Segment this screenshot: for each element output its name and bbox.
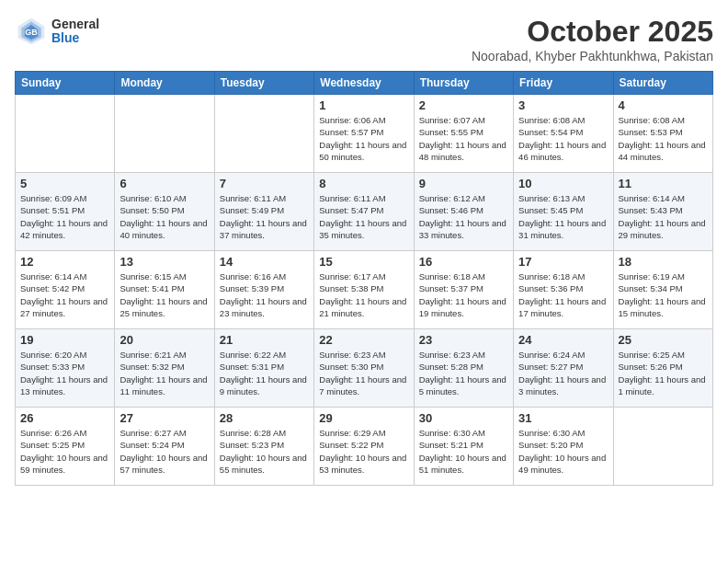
calendar-cell: 10Sunrise: 6:13 AM Sunset: 5:45 PM Dayli… (514, 173, 613, 251)
day-info: Sunrise: 6:13 AM Sunset: 5:45 PM Dayligh… (518, 192, 608, 241)
day-info: Sunrise: 6:23 AM Sunset: 5:30 PM Dayligh… (319, 349, 408, 397)
logo: GB General Blue (15, 15, 99, 48)
calendar-cell: 3Sunrise: 6:08 AM Sunset: 5:54 PM Daylig… (514, 95, 613, 173)
day-info: Sunrise: 6:11 AM Sunset: 5:49 PM Dayligh… (220, 192, 309, 241)
weekday-header-wednesday: Wednesday (314, 72, 414, 95)
day-number: 21 (220, 333, 309, 347)
day-info: Sunrise: 6:23 AM Sunset: 5:28 PM Dayligh… (419, 349, 508, 397)
day-info: Sunrise: 6:20 AM Sunset: 5:33 PM Dayligh… (20, 349, 109, 397)
day-info: Sunrise: 6:30 AM Sunset: 5:21 PM Dayligh… (419, 427, 508, 476)
weekday-header-saturday: Saturday (613, 72, 712, 95)
day-number: 3 (518, 98, 608, 112)
svg-text:GB: GB (25, 28, 38, 37)
weekday-header-row: SundayMondayTuesdayWednesdayThursdayFrid… (16, 72, 713, 95)
day-number: 5 (20, 177, 109, 190)
day-number: 9 (419, 177, 508, 190)
day-number: 2 (419, 98, 508, 112)
day-number: 27 (119, 411, 209, 425)
day-number: 17 (518, 255, 608, 269)
day-number: 18 (619, 255, 708, 269)
calendar-cell: 23Sunrise: 6:23 AM Sunset: 5:28 PM Dayli… (414, 329, 513, 408)
day-number: 20 (119, 333, 209, 347)
day-number: 12 (20, 255, 109, 269)
logo-icon: GB (15, 15, 48, 48)
calendar-cell: 13Sunrise: 6:15 AM Sunset: 5:41 PM Dayli… (115, 251, 214, 329)
day-info: Sunrise: 6:06 AM Sunset: 5:57 PM Dayligh… (319, 114, 408, 163)
week-row-4: 19Sunrise: 6:20 AM Sunset: 5:33 PM Dayli… (16, 329, 713, 408)
calendar-cell: 18Sunrise: 6:19 AM Sunset: 5:34 PM Dayli… (613, 251, 712, 329)
day-number: 10 (518, 177, 608, 190)
day-number: 30 (419, 411, 508, 425)
day-info: Sunrise: 6:18 AM Sunset: 5:36 PM Dayligh… (518, 270, 608, 319)
calendar-cell: 21Sunrise: 6:22 AM Sunset: 5:31 PM Dayli… (214, 329, 313, 408)
calendar-cell: 26Sunrise: 6:26 AM Sunset: 5:25 PM Dayli… (16, 408, 115, 486)
calendar-cell: 12Sunrise: 6:14 AM Sunset: 5:42 PM Dayli… (16, 251, 115, 329)
calendar-cell: 15Sunrise: 6:17 AM Sunset: 5:38 PM Dayli… (314, 251, 414, 329)
day-number: 4 (619, 98, 708, 112)
calendar-cell: 31Sunrise: 6:30 AM Sunset: 5:20 PM Dayli… (514, 408, 613, 486)
day-info: Sunrise: 6:11 AM Sunset: 5:47 PM Dayligh… (319, 192, 408, 241)
calendar-cell: 4Sunrise: 6:08 AM Sunset: 5:53 PM Daylig… (613, 95, 712, 173)
calendar-cell: 27Sunrise: 6:27 AM Sunset: 5:24 PM Dayli… (115, 408, 214, 486)
day-number: 15 (319, 255, 408, 269)
day-info: Sunrise: 6:10 AM Sunset: 5:50 PM Dayligh… (119, 192, 209, 241)
day-number: 25 (619, 333, 708, 347)
day-number: 31 (518, 411, 608, 425)
calendar-cell: 20Sunrise: 6:21 AM Sunset: 5:32 PM Dayli… (115, 329, 214, 408)
day-info: Sunrise: 6:30 AM Sunset: 5:20 PM Dayligh… (518, 427, 608, 476)
calendar-cell (613, 408, 712, 486)
day-number: 29 (319, 411, 408, 425)
title-block: October 2025 Noorabad, Khyber Pakhtunkhw… (472, 15, 713, 63)
day-info: Sunrise: 6:22 AM Sunset: 5:31 PM Dayligh… (220, 349, 309, 397)
weekday-header-tuesday: Tuesday (214, 72, 313, 95)
day-info: Sunrise: 6:18 AM Sunset: 5:37 PM Dayligh… (419, 270, 508, 319)
calendar-cell: 22Sunrise: 6:23 AM Sunset: 5:30 PM Dayli… (314, 329, 414, 408)
day-info: Sunrise: 6:14 AM Sunset: 5:43 PM Dayligh… (619, 192, 708, 241)
calendar-cell: 11Sunrise: 6:14 AM Sunset: 5:43 PM Dayli… (613, 173, 712, 251)
logo-blue-text: Blue (51, 31, 99, 45)
day-info: Sunrise: 6:08 AM Sunset: 5:53 PM Dayligh… (619, 114, 708, 163)
location-text: Noorabad, Khyber Pakhtunkhwa, Pakistan (472, 49, 713, 63)
day-info: Sunrise: 6:29 AM Sunset: 5:22 PM Dayligh… (319, 427, 408, 476)
calendar-cell: 24Sunrise: 6:24 AM Sunset: 5:27 PM Dayli… (514, 329, 613, 408)
day-number: 28 (220, 411, 309, 425)
calendar-cell (115, 95, 214, 173)
calendar-cell: 8Sunrise: 6:11 AM Sunset: 5:47 PM Daylig… (314, 173, 414, 251)
week-row-3: 12Sunrise: 6:14 AM Sunset: 5:42 PM Dayli… (16, 251, 713, 329)
calendar-cell (214, 95, 313, 173)
day-number: 14 (220, 255, 309, 269)
weekday-header-sunday: Sunday (16, 72, 115, 95)
day-info: Sunrise: 6:14 AM Sunset: 5:42 PM Dayligh… (20, 270, 109, 319)
calendar-cell: 9Sunrise: 6:12 AM Sunset: 5:46 PM Daylig… (414, 173, 513, 251)
logo-text: General Blue (51, 17, 99, 46)
calendar-cell: 1Sunrise: 6:06 AM Sunset: 5:57 PM Daylig… (314, 95, 414, 173)
month-title: October 2025 (472, 15, 713, 49)
calendar-cell: 5Sunrise: 6:09 AM Sunset: 5:51 PM Daylig… (16, 173, 115, 251)
day-info: Sunrise: 6:19 AM Sunset: 5:34 PM Dayligh… (619, 270, 708, 319)
weekday-header-thursday: Thursday (414, 72, 513, 95)
day-number: 24 (518, 333, 608, 347)
day-info: Sunrise: 6:24 AM Sunset: 5:27 PM Dayligh… (518, 349, 608, 397)
day-info: Sunrise: 6:12 AM Sunset: 5:46 PM Dayligh… (419, 192, 508, 241)
day-number: 22 (319, 333, 408, 347)
day-info: Sunrise: 6:15 AM Sunset: 5:41 PM Dayligh… (119, 270, 209, 319)
week-row-5: 26Sunrise: 6:26 AM Sunset: 5:25 PM Dayli… (16, 408, 713, 486)
day-info: Sunrise: 6:08 AM Sunset: 5:54 PM Dayligh… (518, 114, 608, 163)
calendar-cell: 28Sunrise: 6:28 AM Sunset: 5:23 PM Dayli… (214, 408, 313, 486)
week-row-2: 5Sunrise: 6:09 AM Sunset: 5:51 PM Daylig… (16, 173, 713, 251)
calendar-cell: 29Sunrise: 6:29 AM Sunset: 5:22 PM Dayli… (314, 408, 414, 486)
calendar-cell: 30Sunrise: 6:30 AM Sunset: 5:21 PM Dayli… (414, 408, 513, 486)
day-number: 19 (20, 333, 109, 347)
day-info: Sunrise: 6:27 AM Sunset: 5:24 PM Dayligh… (119, 427, 209, 476)
day-number: 1 (319, 98, 408, 112)
day-number: 6 (119, 177, 209, 190)
day-number: 11 (619, 177, 708, 190)
day-number: 16 (419, 255, 508, 269)
day-info: Sunrise: 6:16 AM Sunset: 5:39 PM Dayligh… (220, 270, 309, 319)
calendar-cell: 7Sunrise: 6:11 AM Sunset: 5:49 PM Daylig… (214, 173, 313, 251)
calendar-cell: 2Sunrise: 6:07 AM Sunset: 5:55 PM Daylig… (414, 95, 513, 173)
calendar-cell: 16Sunrise: 6:18 AM Sunset: 5:37 PM Dayli… (414, 251, 513, 329)
day-number: 26 (20, 411, 109, 425)
weekday-header-monday: Monday (115, 72, 214, 95)
day-info: Sunrise: 6:07 AM Sunset: 5:55 PM Dayligh… (419, 114, 508, 163)
